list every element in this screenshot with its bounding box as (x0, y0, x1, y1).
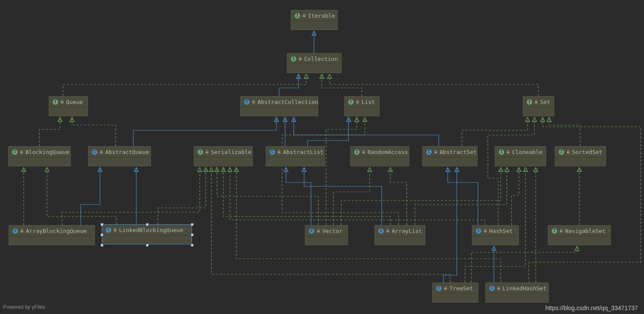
class-node-TreeSet[interactable]: CTreeSet (432, 283, 478, 303)
type-badge-icon: I (295, 13, 300, 19)
implements-edge (512, 167, 519, 225)
implements-edge (47, 167, 116, 224)
class-name-label: AbstractQueue (105, 149, 149, 155)
implements-edge (62, 167, 200, 225)
implements-edge (462, 117, 528, 146)
uml-diagram-stage[interactable]: IIterableICollectionIQueueCAbstractColle… (0, 0, 644, 314)
lock-icon (205, 150, 209, 154)
extends-edge (279, 74, 298, 96)
class-node-SortedSet[interactable]: ISortedSet (555, 146, 606, 166)
type-badge-icon: I (291, 56, 296, 62)
lock-icon (534, 100, 538, 104)
lock-icon (251, 100, 256, 104)
lock-icon (19, 150, 24, 154)
class-node-Set[interactable]: ISet (523, 96, 554, 116)
implements-edge (549, 117, 580, 146)
class-name-label: Cloneable (512, 149, 542, 155)
type-badge-icon: C (92, 149, 97, 155)
lock-icon (99, 150, 104, 154)
implements-edge (63, 74, 306, 96)
class-name-label: Serializable (211, 149, 251, 155)
class-name-label: Set (540, 99, 550, 105)
type-badge-icon: I (527, 99, 532, 105)
implements-edge (72, 117, 116, 146)
class-name-label: LinkedHashSet (503, 285, 547, 292)
lock-icon (355, 100, 360, 104)
class-node-ArrayList[interactable]: CArrayList (374, 225, 425, 245)
type-badge-icon: C (244, 99, 250, 105)
lock-icon (277, 150, 281, 154)
class-node-AbstractCollection[interactable]: CAbstractCollection (240, 96, 318, 116)
extends-edge (308, 117, 349, 146)
class-node-HashSet[interactable]: CHashSet (472, 225, 519, 245)
class-name-label: Queue (66, 99, 83, 105)
class-node-NavigableSet[interactable]: INavigableSet (548, 225, 611, 245)
type-badge-icon: C (106, 227, 111, 233)
type-badge-icon: I (12, 149, 18, 155)
type-badge-icon: I (348, 99, 354, 105)
lock-icon (506, 150, 510, 154)
implements-edge (471, 246, 577, 283)
selection-handle[interactable] (146, 244, 149, 247)
class-node-LinkedHashSet[interactable]: CLinkedHashSet (485, 283, 549, 303)
class-node-BlockingQueue[interactable]: IBlockingQueue (8, 146, 71, 166)
class-name-label: AbstractList (283, 149, 324, 155)
class-node-Iterable[interactable]: IIterable (291, 10, 338, 30)
extends-edge (443, 167, 457, 283)
lock-icon (386, 229, 390, 233)
class-node-Serializable[interactable]: ISerializable (194, 146, 253, 166)
lock-icon (361, 150, 366, 154)
class-node-Queue[interactable]: IQueue (49, 96, 88, 116)
class-node-LinkedBlockingQueue[interactable]: CLinkedBlockingQueue (102, 224, 192, 245)
selection-handle[interactable] (191, 233, 194, 236)
implements-edge (341, 167, 501, 225)
type-badge-icon: I (499, 149, 504, 155)
selection-handle[interactable] (191, 244, 194, 247)
class-name-label: Collection (304, 56, 338, 62)
lock-icon (298, 57, 302, 61)
class-name-label: AbstractSet (440, 149, 477, 155)
class-name-label: BlockingQueue (25, 149, 69, 155)
implements-edge (158, 167, 206, 224)
class-node-ArrayBlockingQueue[interactable]: CArrayBlockingQueue (9, 225, 95, 245)
lock-icon (60, 100, 64, 104)
lock-icon (113, 228, 117, 232)
class-name-label: Vector (322, 228, 342, 234)
extends-edge (448, 167, 478, 225)
class-name-label: NavigableSet (565, 228, 606, 234)
class-name-label: RandomAccess (368, 149, 408, 155)
type-badge-icon: C (309, 228, 314, 234)
type-badge-icon: I (198, 149, 203, 155)
lock-icon (483, 229, 487, 233)
class-node-Vector[interactable]: CVector (305, 225, 348, 245)
class-name-label: LinkedBlockingQueue (119, 227, 183, 233)
implements-edge (236, 167, 501, 283)
lock-icon (20, 229, 24, 233)
type-badge-icon: C (378, 228, 384, 234)
implements-edge (529, 117, 641, 283)
class-name-label: Iterable (308, 13, 335, 19)
selection-handle[interactable] (146, 223, 149, 226)
selection-handle[interactable] (101, 223, 104, 226)
class-node-RandomAccess[interactable]: IRandomAccess (350, 146, 409, 166)
type-badge-icon: C (13, 228, 18, 234)
selection-handle[interactable] (191, 223, 194, 226)
lock-icon (559, 229, 563, 233)
class-name-label: HashSet (489, 228, 513, 234)
class-node-List[interactable]: IList (344, 96, 380, 116)
class-node-Cloneable[interactable]: ICloneable (495, 146, 546, 166)
class-name-label: List (361, 99, 375, 105)
type-badge-icon: C (476, 228, 481, 234)
type-badge-icon: C (426, 149, 432, 155)
selection-handle[interactable] (101, 244, 104, 247)
implements-edge (217, 167, 318, 225)
type-badge-icon: C (489, 286, 495, 291)
class-node-AbstractQueue[interactable]: CAbstractQueue (88, 146, 151, 166)
lock-icon (496, 286, 501, 290)
class-name-label: SortedSet (572, 149, 602, 155)
selection-handle[interactable] (101, 233, 104, 236)
extends-edge (133, 117, 276, 146)
class-node-Collection[interactable]: ICollection (287, 53, 342, 73)
class-node-AbstractSet[interactable]: CAbstractSet (422, 146, 478, 166)
class-node-AbstractList[interactable]: CAbstractList (266, 146, 325, 166)
